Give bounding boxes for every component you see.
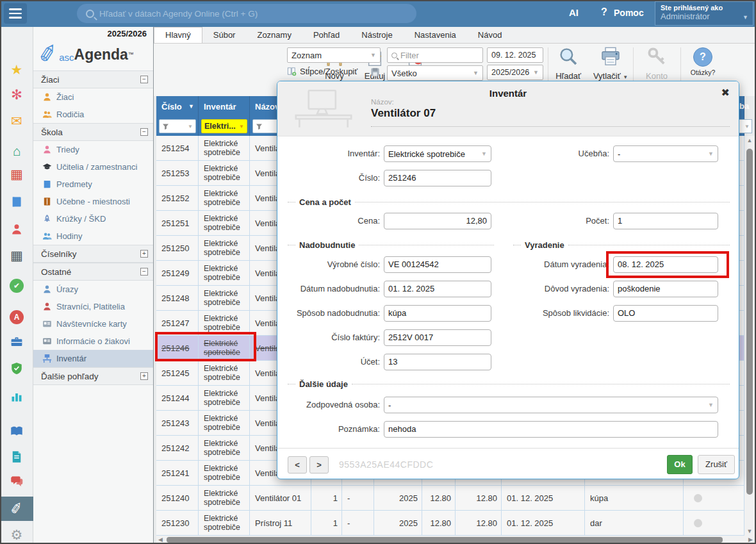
horizontal-scrollbar[interactable]: ◀ ▶ — [156, 536, 755, 544]
cena-input[interactable]: 12,80 — [384, 213, 491, 229]
notebook-icon[interactable] — [0, 194, 33, 210]
check-circle-icon[interactable]: ✔ — [0, 277, 33, 294]
menu-tab-n-vod[interactable]: Návod — [467, 27, 513, 43]
expand-icon[interactable]: + — [140, 372, 148, 380]
vyrobne-cislo-input[interactable]: VE 00124542 — [384, 256, 491, 273]
sidebar-item-inform-cie-o-iakovi[interactable]: Informácie o žiakovi — [33, 333, 153, 350]
hamburger-menu-icon[interactable] — [4, 3, 27, 24]
planner-icon[interactable]: ▦ — [0, 247, 33, 263]
nav-section--seln-ky[interactable]: Číselníky+ — [33, 245, 153, 263]
collapse-icon[interactable]: − — [140, 268, 148, 276]
close-icon[interactable]: ✖ — [721, 87, 730, 99]
save-layout-icon[interactable] — [370, 67, 380, 77]
scroll-left-icon[interactable]: ◀ — [158, 536, 163, 544]
prev-record-button[interactable]: < — [288, 456, 307, 474]
cislo-faktury-input[interactable]: 2512V 0017 — [384, 329, 491, 346]
datum-vyradenia-input[interactable]: 08. 12. 2025 — [613, 256, 718, 273]
sposob-likvidacie-input[interactable]: OLO — [613, 305, 718, 322]
calendar-icon[interactable]: ▦ — [0, 165, 33, 182]
sidebar-item-hodiny[interactable]: Hodiny — [33, 227, 153, 245]
dovod-vyradenia-input[interactable]: poškodenie — [613, 281, 718, 297]
table-row-251230[interactable]: 251230Elektrické spotrebičePrístroj 111-… — [156, 511, 744, 536]
sidebar-item-u-itelia-zamestnanci[interactable]: Učitelia / zamestnanci — [33, 158, 153, 176]
ucebna-select[interactable]: -▼ — [613, 145, 718, 162]
questions-button[interactable]: ? Otázky? — [684, 47, 721, 76]
nav-section--kola[interactable]: Škola− — [33, 123, 153, 141]
inventar-select[interactable]: Elektrické spotrebiče▼ — [384, 145, 491, 162]
sidebar-item-triedy[interactable]: Triedy — [33, 141, 153, 158]
menu-tab-hlavn-[interactable]: Hlavný — [154, 27, 202, 43]
horizontal-scrollbar-thumb[interactable] — [167, 537, 723, 543]
vertical-scrollbar-thumb[interactable] — [746, 149, 753, 495]
column-header-invent-r[interactable]: Inventár — [199, 96, 250, 117]
document-icon[interactable] — [0, 449, 33, 465]
nav-section-label: Ďalšie pohľady — [41, 372, 99, 381]
sidebar-item-invent-r[interactable]: Inventár — [33, 350, 153, 367]
shield-check-icon[interactable] — [0, 360, 33, 377]
agenda-pencil-icon[interactable]: ✐ — [0, 497, 33, 521]
desk-illustration-icon — [289, 89, 358, 129]
menu-tab-nastavenia[interactable]: Nastavenia — [404, 27, 467, 43]
ucet-input[interactable]: 13 — [384, 354, 491, 370]
school-year-select[interactable]: 2025/2026 ▼ — [487, 65, 543, 80]
vertical-scrollbar[interactable]: ▲ ▼ — [744, 136, 755, 536]
sposob-nadobudnutia-input[interactable]: kúpa — [384, 305, 491, 322]
next-record-button[interactable]: > — [309, 456, 329, 474]
sidebar-item-stravn-ci-platitelia[interactable]: Stravníci, Platitelia — [33, 298, 153, 315]
scope-select[interactable]: Všetko ▼ — [387, 65, 483, 81]
nav-section--iaci[interactable]: Žiaci− — [33, 70, 153, 88]
sidebar-item-predmety[interactable]: Predmety — [33, 176, 153, 193]
sidebar-item--iaci[interactable]: Žiaci — [33, 88, 153, 106]
column-filter-button[interactable]: ▼ — [159, 119, 196, 133]
home-icon[interactable]: ⌂ — [0, 142, 33, 159]
cancel-button[interactable]: Zrušiť — [698, 455, 735, 474]
bar-chart-icon[interactable] — [0, 388, 33, 405]
account-button[interactable]: Konto — [638, 46, 675, 81]
menu-tab-s-bor[interactable]: Súbor — [202, 27, 247, 43]
sidebar-item--razy[interactable]: Úrazy — [33, 281, 153, 298]
global-search-input[interactable]: Hľadať v dátach Agendy Online (Ctrl + G) — [77, 4, 416, 23]
filter-input[interactable]: Filter — [387, 47, 483, 63]
datum-nadobudnutia-input[interactable]: 01. 12. 2025 — [384, 281, 491, 297]
briefcase-icon[interactable] — [0, 333, 33, 350]
print-button[interactable]: Vytlačiť ▼ — [589, 46, 632, 81]
sidebar-item-kr-ky-kd[interactable]: Krúžky / ŠKD — [33, 210, 153, 227]
search-button[interactable]: Hľadať — [550, 46, 587, 81]
ok-button[interactable]: Ok — [667, 455, 693, 474]
menu-tab-poh-ad[interactable]: Pohľad — [302, 27, 350, 43]
poznamka-input[interactable]: nehoda — [384, 421, 718, 438]
collapse-icon[interactable]: − — [140, 128, 148, 136]
sidebar-item-u-ebne-miestnosti[interactable]: Učebne - miestnosti — [33, 193, 153, 210]
magic-wand-icon[interactable]: ✻ — [0, 86, 33, 103]
expand-icon[interactable]: + — [140, 250, 148, 258]
sidebar-item-n-v-tevn-cke-karty[interactable]: Návštevnícke karty — [33, 315, 153, 333]
person-icon[interactable] — [0, 221, 33, 238]
column-header--slo[interactable]: Číslo▼ — [156, 96, 199, 117]
date-field[interactable]: 09. 12. 2025 — [487, 47, 543, 63]
collapse-icon[interactable]: − — [140, 76, 148, 83]
ai-button[interactable]: AI — [569, 7, 579, 18]
columns-group-button[interactable]: Stĺpce/Zoskupiť — [287, 67, 357, 76]
grades-icon[interactable]: A — [0, 309, 33, 326]
pocet-input[interactable]: 1 — [613, 213, 718, 229]
chat-icon[interactable] — [0, 473, 33, 490]
table-row-251240[interactable]: 251240Elektrické spotrebičeVentilátor 01… — [156, 486, 744, 511]
scroll-right-icon[interactable]: ▶ — [748, 536, 753, 544]
nav-section-ostatn-[interactable]: Ostatné− — [33, 263, 153, 281]
menu-tab-n-stroje[interactable]: Nástroje — [350, 27, 403, 43]
favorites-star-icon[interactable]: ★ — [0, 61, 33, 78]
zodpovedna-osoba-select[interactable]: -▼ — [384, 397, 718, 413]
cislo-input[interactable]: 251246 — [384, 170, 491, 186]
user-menu[interactable]: Ste prihlásený ako Administrátor ▼ — [655, 1, 753, 26]
mail-icon[interactable]: ✉ — [0, 112, 33, 129]
inventar-filter-active[interactable]: Elektri...▼ — [201, 119, 247, 133]
scroll-down-icon[interactable]: ▼ — [744, 528, 755, 534]
scroll-up-icon[interactable]: ▲ — [744, 137, 755, 144]
list-view-select[interactable]: Zoznam ▼ — [287, 47, 381, 63]
menu-tab-zoznamy[interactable]: Zoznamy — [246, 27, 302, 43]
open-book-icon[interactable] — [0, 423, 33, 440]
sidebar-item-rodi-ia[interactable]: Rodičia — [33, 106, 153, 123]
settings-gear-icon[interactable]: ⚙ — [0, 526, 33, 543]
help-button[interactable]: Pomoc — [614, 8, 644, 18]
nav-section--al-ie-poh-ady[interactable]: Ďalšie pohľady+ — [33, 367, 153, 385]
